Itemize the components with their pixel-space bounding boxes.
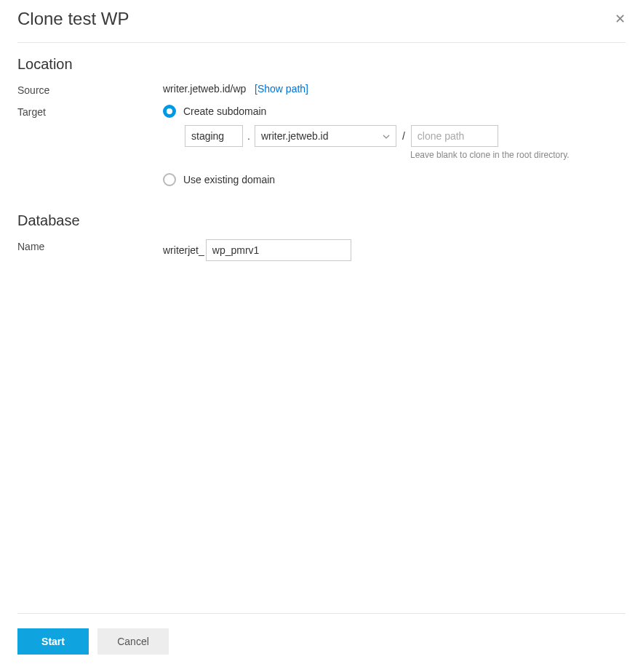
- location-heading: Location: [17, 56, 626, 73]
- dialog-content: Location Source writer.jetweb.id/wp [Sho…: [17, 56, 626, 613]
- existing-domain-option[interactable]: Use existing domain: [163, 173, 626, 186]
- slash-separator: /: [402, 130, 405, 142]
- database-heading: Database: [17, 212, 626, 229]
- radio-existing-domain[interactable]: [163, 173, 176, 186]
- target-label: Target: [17, 105, 163, 118]
- target-row: Target Create subdomain . writer.jetweb.…: [17, 105, 626, 193]
- domain-select[interactable]: writer.jetweb.id: [255, 125, 396, 147]
- dialog-footer: Start Cancel: [17, 613, 626, 655]
- db-prefix: writerjet_: [163, 244, 204, 256]
- db-name-row: Name writerjet_: [17, 239, 626, 261]
- close-icon[interactable]: ✕: [615, 12, 626, 25]
- chevron-down-icon: [383, 131, 390, 141]
- target-value-wrap: Create subdomain . writer.jetweb.id / Le…: [163, 105, 626, 193]
- clone-dialog: Clone test WP ✕ Location Source writer.j…: [0, 0, 643, 672]
- db-name-value-wrap: writerjet_: [163, 239, 626, 261]
- source-value-wrap: writer.jetweb.id/wp [Show path]: [163, 83, 626, 95]
- cancel-button[interactable]: Cancel: [97, 628, 169, 655]
- path-hint: Leave blank to clone in the root directo…: [410, 150, 626, 160]
- create-subdomain-option[interactable]: Create subdomain: [163, 105, 626, 118]
- db-name-input[interactable]: [206, 239, 351, 261]
- db-name-label: Name: [17, 239, 163, 252]
- subdomain-input[interactable]: [185, 125, 243, 147]
- dialog-header: Clone test WP ✕: [17, 9, 626, 43]
- source-label: Source: [17, 83, 163, 96]
- source-path: writer.jetweb.id/wp: [163, 83, 246, 95]
- start-button[interactable]: Start: [17, 628, 89, 655]
- radio-create-subdomain[interactable]: [163, 105, 176, 118]
- create-subdomain-label: Create subdomain: [183, 105, 266, 117]
- subdomain-fields: . writer.jetweb.id /: [185, 125, 626, 147]
- show-path-link[interactable]: [Show path]: [255, 83, 308, 95]
- domain-select-value: writer.jetweb.id: [261, 130, 329, 142]
- dot-separator: .: [247, 130, 250, 142]
- existing-domain-label: Use existing domain: [183, 174, 275, 185]
- source-row: Source writer.jetweb.id/wp [Show path]: [17, 83, 626, 96]
- clone-path-input[interactable]: [411, 125, 498, 147]
- dialog-title: Clone test WP: [17, 9, 129, 29]
